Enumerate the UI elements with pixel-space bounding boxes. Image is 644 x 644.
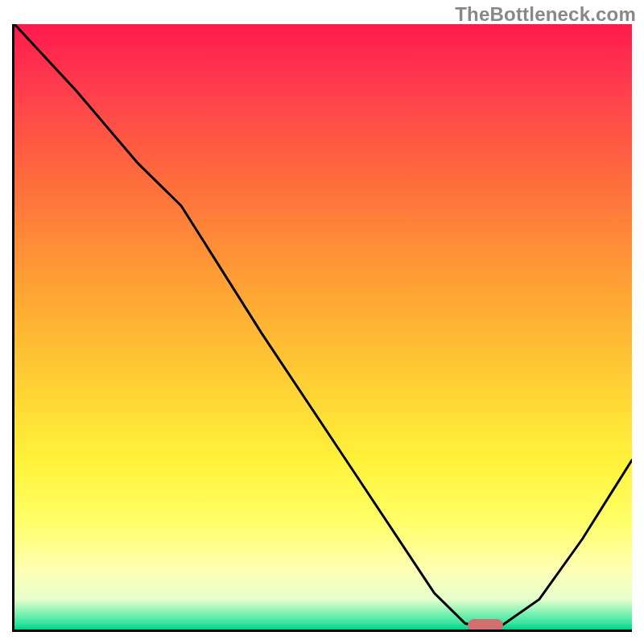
chart-stage: TheBottleneck.com xyxy=(0,0,644,644)
curve-path xyxy=(14,24,632,630)
bottleneck-curve xyxy=(14,24,632,630)
optimal-marker xyxy=(468,619,503,632)
watermark-label: TheBottleneck.com xyxy=(455,3,636,26)
plot-frame xyxy=(12,24,632,632)
